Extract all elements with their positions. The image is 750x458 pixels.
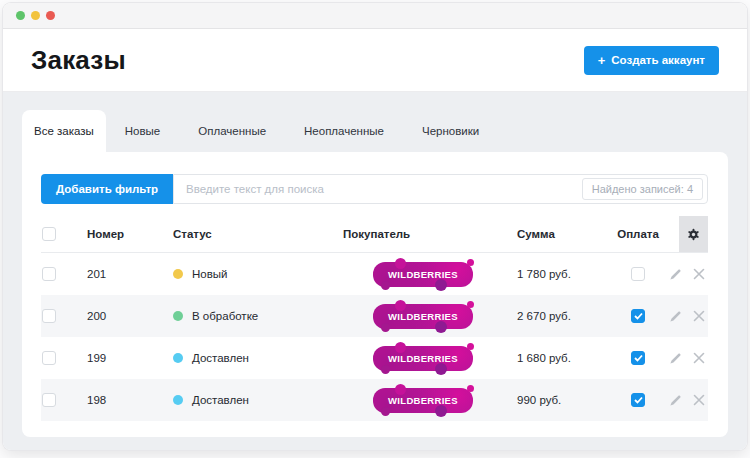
- order-amount: 2 670 руб.: [503, 310, 611, 322]
- status-label: Доставлен: [192, 394, 249, 406]
- search-input[interactable]: [174, 183, 582, 195]
- search-box: Найдено записей: 4: [173, 174, 708, 204]
- order-number: 201: [87, 268, 173, 280]
- column-amount: Сумма: [503, 228, 611, 240]
- plus-icon: +: [598, 54, 606, 67]
- x-icon: [693, 310, 705, 322]
- delete-button[interactable]: [693, 310, 705, 322]
- traffic-light-yellow[interactable]: [31, 11, 40, 20]
- wildberries-logo: WILDBERRIES: [373, 346, 473, 371]
- paid-checkbox[interactable]: [631, 351, 645, 365]
- x-icon: [693, 268, 705, 280]
- check-icon: [634, 396, 643, 404]
- wildberries-logo: WILDBERRIES: [373, 304, 473, 329]
- table-settings-button[interactable]: [679, 216, 708, 252]
- table-header: Номер Статус Покупатель Сумма Оплата: [41, 216, 708, 253]
- order-number: 200: [87, 310, 173, 322]
- orders-card: Добавить фильтр Найдено записей: 4 Номер…: [22, 152, 728, 437]
- paid-checkbox[interactable]: [631, 309, 645, 323]
- tab-paid[interactable]: Оплаченные: [179, 110, 285, 152]
- check-icon: [634, 354, 643, 362]
- status-dot: [173, 311, 183, 321]
- window-titlebar: [3, 3, 747, 29]
- table-body: 201 Новый WILDBERRIES 1 780 руб.: [41, 253, 708, 421]
- traffic-light-red[interactable]: [46, 11, 55, 20]
- pencil-icon: [669, 394, 682, 407]
- select-all-checkbox[interactable]: [42, 227, 56, 241]
- edit-button[interactable]: [669, 268, 682, 281]
- edit-button[interactable]: [669, 352, 682, 365]
- check-icon: [634, 312, 643, 320]
- order-number: 199: [87, 352, 173, 364]
- order-amount: 1 780 руб.: [503, 268, 611, 280]
- buyer-name: WILDBERRIES: [388, 395, 458, 406]
- add-filter-button[interactable]: Добавить фильтр: [41, 174, 173, 204]
- page-title: Заказы: [31, 45, 126, 76]
- column-status: Статус: [173, 228, 343, 240]
- tabs-bar: Все заказы Новые Оплаченные Неоплаченные…: [3, 92, 747, 152]
- status-dot: [173, 353, 183, 363]
- table-row: 200 В обработке WILDBERRIES 2 670 руб.: [41, 295, 708, 337]
- order-amount: 1 680 руб.: [503, 352, 611, 364]
- wildberries-logo: WILDBERRIES: [373, 388, 473, 413]
- buyer-name: WILDBERRIES: [388, 311, 458, 322]
- app-window: Заказы + Создать аккаунт Все заказы Новы…: [3, 3, 747, 450]
- filter-row: Добавить фильтр Найдено записей: 4: [41, 174, 708, 204]
- tab-drafts[interactable]: Черновики: [403, 110, 498, 152]
- pencil-icon: [669, 352, 682, 365]
- row-select-checkbox[interactable]: [42, 351, 56, 365]
- paid-checkbox[interactable]: [631, 393, 645, 407]
- order-number: 198: [87, 394, 173, 406]
- create-account-button[interactable]: + Создать аккаунт: [584, 46, 719, 75]
- tab-all-orders[interactable]: Все заказы: [22, 110, 106, 152]
- tab-new[interactable]: Новые: [106, 110, 179, 152]
- create-account-label: Создать аккаунт: [611, 54, 705, 66]
- wildberries-logo: WILDBERRIES: [373, 262, 473, 287]
- column-buyer: Покупатель: [343, 228, 503, 240]
- page-header: Заказы + Создать аккаунт: [3, 29, 747, 92]
- row-select-checkbox[interactable]: [42, 267, 56, 281]
- records-found-badge: Найдено записей: 4: [582, 178, 703, 200]
- status-dot: [173, 269, 183, 279]
- row-select-checkbox[interactable]: [42, 309, 56, 323]
- table-row: 198 Доставлен WILDBERRIES 990 руб.: [41, 379, 708, 421]
- status-label: Новый: [192, 268, 228, 280]
- delete-button[interactable]: [693, 268, 705, 280]
- row-select-checkbox[interactable]: [42, 393, 56, 407]
- pencil-icon: [669, 310, 682, 323]
- x-icon: [693, 394, 705, 406]
- traffic-light-green[interactable]: [16, 11, 25, 20]
- buyer-name: WILDBERRIES: [388, 353, 458, 364]
- status-dot: [173, 395, 183, 405]
- order-amount: 990 руб.: [503, 394, 611, 406]
- tab-unpaid[interactable]: Неоплаченные: [285, 110, 403, 152]
- edit-button[interactable]: [669, 394, 682, 407]
- edit-button[interactable]: [669, 310, 682, 323]
- column-paid: Оплата: [611, 228, 665, 240]
- status-label: В обработке: [192, 310, 258, 322]
- x-icon: [693, 352, 705, 364]
- paid-checkbox[interactable]: [631, 267, 645, 281]
- pencil-icon: [669, 268, 682, 281]
- column-number: Номер: [87, 228, 173, 240]
- buyer-name: WILDBERRIES: [388, 269, 458, 280]
- status-label: Доставлен: [192, 352, 249, 364]
- orders-table: Номер Статус Покупатель Сумма Оплата: [41, 216, 708, 421]
- table-row: 199 Доставлен WILDBERRIES 1 680 руб.: [41, 337, 708, 379]
- delete-button[interactable]: [693, 352, 705, 364]
- table-row: 201 Новый WILDBERRIES 1 780 руб.: [41, 253, 708, 295]
- delete-button[interactable]: [693, 394, 705, 406]
- gear-icon: [687, 228, 700, 241]
- content-area: Все заказы Новые Оплаченные Неоплаченные…: [3, 92, 747, 450]
